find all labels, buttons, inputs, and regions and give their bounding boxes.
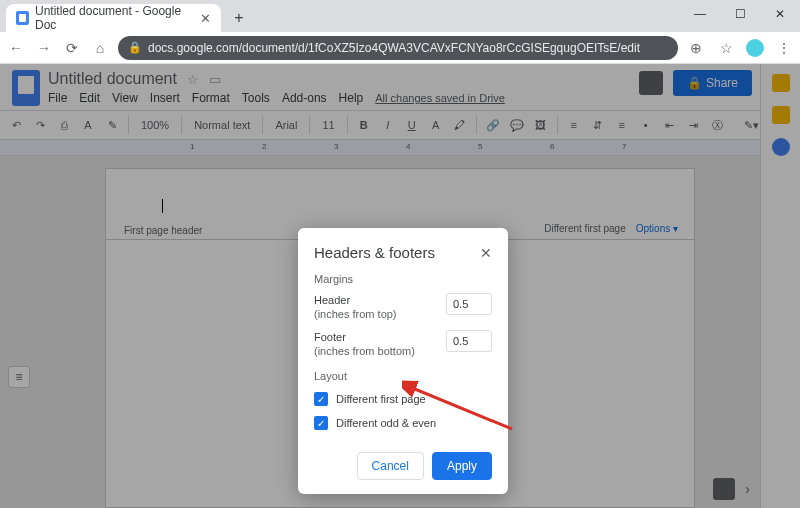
url-field[interactable]: 🔒 docs.google.com/document/d/1fCoXZ5Izo4… (118, 36, 678, 60)
dialog-title: Headers & footers (314, 244, 435, 261)
browser-address-bar: ← → ⟳ ⌂ 🔒 docs.google.com/document/d/1fC… (0, 32, 800, 64)
different-odd-even-checkbox[interactable]: ✓ (314, 416, 328, 430)
window-minimize-button[interactable]: — (680, 0, 720, 28)
new-tab-button[interactable]: + (227, 6, 251, 30)
bookmark-star-icon[interactable]: ☆ (716, 38, 736, 58)
apply-button[interactable]: Apply (432, 452, 492, 480)
window-close-button[interactable]: ✕ (760, 0, 800, 28)
docs-favicon (16, 11, 29, 25)
browser-titlebar: Untitled document - Google Doc ✕ + — ☐ ✕ (0, 0, 800, 32)
nav-home-icon[interactable]: ⌂ (90, 38, 110, 58)
header-margin-input[interactable] (446, 293, 492, 315)
nav-back-icon[interactable]: ← (6, 38, 26, 58)
headers-footers-dialog: Headers & footers ✕ Margins Header(inche… (298, 228, 508, 494)
layout-section-label: Layout (314, 370, 492, 382)
nav-reload-icon[interactable]: ⟳ (62, 38, 82, 58)
browser-tab[interactable]: Untitled document - Google Doc ✕ (6, 4, 221, 32)
chrome-menu-icon[interactable]: ⋮ (774, 38, 794, 58)
margins-section-label: Margins (314, 273, 492, 285)
different-odd-even-label: Different odd & even (336, 417, 436, 429)
tab-title: Untitled document - Google Doc (35, 4, 194, 32)
nav-forward-icon[interactable]: → (34, 38, 54, 58)
lock-icon: 🔒 (128, 41, 142, 54)
header-margin-label: Header(inches from top) (314, 293, 397, 322)
zoom-icon[interactable]: ⊕ (686, 38, 706, 58)
url-text: docs.google.com/document/d/1fCoXZ5Izo4QW… (148, 41, 640, 55)
tab-close-icon[interactable]: ✕ (200, 11, 211, 26)
different-first-page-checkbox[interactable]: ✓ (314, 392, 328, 406)
extension-icon[interactable] (746, 39, 764, 57)
window-maximize-button[interactable]: ☐ (720, 0, 760, 28)
cancel-button[interactable]: Cancel (357, 452, 424, 480)
dialog-close-icon[interactable]: ✕ (480, 245, 492, 261)
footer-margin-input[interactable] (446, 330, 492, 352)
different-first-page-label: Different first page (336, 393, 426, 405)
footer-margin-label: Footer(inches from bottom) (314, 330, 415, 359)
